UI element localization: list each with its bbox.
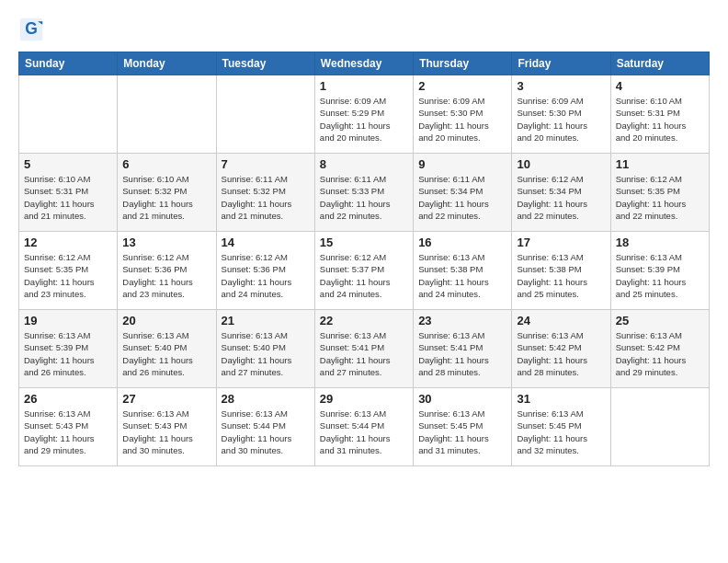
calendar-cell: 5Sunrise: 6:10 AM Sunset: 5:31 PM Daylig…	[19, 154, 118, 232]
day-info: Sunrise: 6:13 AM Sunset: 5:45 PM Dayligh…	[418, 408, 506, 456]
day-number: 17	[517, 236, 605, 249]
day-number: 1	[320, 79, 408, 93]
page: G SundayMondayTuesdayWednesdayThursdayFr…	[0, 0, 728, 563]
day-number: 20	[122, 314, 210, 327]
calendar-cell: 27Sunrise: 6:13 AM Sunset: 5:43 PM Dayli…	[118, 388, 216, 466]
day-number: 21	[222, 314, 310, 327]
calendar-cell: 23Sunrise: 6:13 AM Sunset: 5:41 PM Dayli…	[414, 310, 512, 388]
day-info: Sunrise: 6:11 AM Sunset: 5:32 PM Dayligh…	[222, 173, 310, 222]
calendar-body: 1Sunrise: 6:09 AM Sunset: 5:29 PM Daylig…	[19, 75, 710, 466]
day-number: 9	[418, 157, 506, 171]
calendar-cell: 7Sunrise: 6:11 AM Sunset: 5:32 PM Daylig…	[216, 154, 314, 232]
day-header-monday: Monday	[118, 52, 216, 75]
calendar-cell: 6Sunrise: 6:10 AM Sunset: 5:32 PM Daylig…	[118, 154, 216, 232]
calendar-cell: 17Sunrise: 6:13 AM Sunset: 5:38 PM Dayli…	[512, 232, 610, 310]
calendar-cell: 28Sunrise: 6:13 AM Sunset: 5:44 PM Dayli…	[216, 388, 314, 466]
calendar-cell: 24Sunrise: 6:13 AM Sunset: 5:42 PM Dayli…	[512, 310, 610, 388]
day-header-friday: Friday	[512, 52, 610, 75]
day-number: 2	[418, 79, 506, 93]
logo: G	[18, 17, 48, 42]
day-header-saturday: Saturday	[610, 52, 709, 75]
calendar-cell: 26Sunrise: 6:13 AM Sunset: 5:43 PM Dayli…	[19, 388, 118, 466]
calendar-cell: 19Sunrise: 6:13 AM Sunset: 5:39 PM Dayli…	[19, 310, 118, 388]
day-info: Sunrise: 6:09 AM Sunset: 5:29 PM Dayligh…	[320, 95, 408, 144]
day-number: 24	[517, 314, 605, 327]
calendar-cell: 29Sunrise: 6:13 AM Sunset: 5:44 PM Dayli…	[314, 388, 413, 466]
day-number: 19	[24, 314, 112, 327]
day-header-sunday: Sunday	[19, 52, 118, 75]
svg-text:G: G	[25, 19, 38, 38]
day-number: 16	[418, 236, 506, 249]
day-info: Sunrise: 6:13 AM Sunset: 5:42 PM Dayligh…	[616, 329, 704, 378]
calendar-cell: 8Sunrise: 6:11 AM Sunset: 5:33 PM Daylig…	[314, 154, 413, 232]
day-number: 7	[222, 157, 310, 171]
calendar-cell: 20Sunrise: 6:13 AM Sunset: 5:40 PM Dayli…	[118, 310, 216, 388]
day-number: 31	[517, 392, 605, 406]
day-info: Sunrise: 6:13 AM Sunset: 5:44 PM Dayligh…	[320, 408, 408, 456]
calendar-cell	[118, 75, 216, 154]
calendar-cell: 9Sunrise: 6:11 AM Sunset: 5:34 PM Daylig…	[414, 154, 512, 232]
calendar-cell: 18Sunrise: 6:13 AM Sunset: 5:39 PM Dayli…	[610, 232, 709, 310]
calendar-cell: 4Sunrise: 6:10 AM Sunset: 5:31 PM Daylig…	[610, 75, 709, 154]
calendar-week-4: 19Sunrise: 6:13 AM Sunset: 5:39 PM Dayli…	[19, 310, 710, 388]
day-number: 3	[517, 79, 605, 93]
calendar-cell: 1Sunrise: 6:09 AM Sunset: 5:29 PM Daylig…	[314, 75, 413, 154]
calendar-cell	[19, 75, 118, 154]
day-info: Sunrise: 6:10 AM Sunset: 5:31 PM Dayligh…	[616, 95, 704, 144]
calendar-week-2: 5Sunrise: 6:10 AM Sunset: 5:31 PM Daylig…	[19, 154, 710, 232]
calendar-cell: 30Sunrise: 6:13 AM Sunset: 5:45 PM Dayli…	[414, 388, 512, 466]
day-info: Sunrise: 6:13 AM Sunset: 5:42 PM Dayligh…	[517, 329, 605, 378]
calendar-cell: 15Sunrise: 6:12 AM Sunset: 5:37 PM Dayli…	[314, 232, 413, 310]
calendar-cell: 22Sunrise: 6:13 AM Sunset: 5:41 PM Dayli…	[314, 310, 413, 388]
calendar-week-5: 26Sunrise: 6:13 AM Sunset: 5:43 PM Dayli…	[19, 388, 710, 466]
day-info: Sunrise: 6:12 AM Sunset: 5:36 PM Dayligh…	[122, 251, 210, 300]
day-number: 14	[222, 236, 310, 249]
day-number: 10	[517, 157, 605, 171]
day-info: Sunrise: 6:13 AM Sunset: 5:41 PM Dayligh…	[418, 329, 506, 378]
calendar-cell: 3Sunrise: 6:09 AM Sunset: 5:30 PM Daylig…	[512, 75, 610, 154]
day-info: Sunrise: 6:09 AM Sunset: 5:30 PM Dayligh…	[418, 95, 506, 144]
day-info: Sunrise: 6:13 AM Sunset: 5:41 PM Dayligh…	[320, 329, 408, 378]
day-info: Sunrise: 6:13 AM Sunset: 5:39 PM Dayligh…	[616, 251, 704, 300]
day-header-wednesday: Wednesday	[314, 52, 413, 75]
day-number: 28	[222, 392, 310, 406]
day-info: Sunrise: 6:13 AM Sunset: 5:43 PM Dayligh…	[122, 408, 210, 456]
calendar-cell: 14Sunrise: 6:12 AM Sunset: 5:36 PM Dayli…	[216, 232, 314, 310]
calendar-cell: 31Sunrise: 6:13 AM Sunset: 5:45 PM Dayli…	[512, 388, 610, 466]
day-number: 11	[616, 157, 704, 171]
day-info: Sunrise: 6:12 AM Sunset: 5:36 PM Dayligh…	[222, 251, 310, 300]
calendar-cell	[610, 388, 709, 466]
calendar-cell: 12Sunrise: 6:12 AM Sunset: 5:35 PM Dayli…	[19, 232, 118, 310]
day-number: 8	[320, 157, 408, 171]
day-number: 29	[320, 392, 408, 406]
logo-icon: G	[18, 17, 44, 42]
day-info: Sunrise: 6:13 AM Sunset: 5:38 PM Dayligh…	[517, 251, 605, 300]
calendar-cell: 10Sunrise: 6:12 AM Sunset: 5:34 PM Dayli…	[512, 154, 610, 232]
day-number: 4	[616, 79, 704, 93]
day-number: 30	[418, 392, 506, 406]
calendar-cell: 2Sunrise: 6:09 AM Sunset: 5:30 PM Daylig…	[414, 75, 512, 154]
day-header-tuesday: Tuesday	[216, 52, 314, 75]
calendar-cell	[216, 75, 314, 154]
day-number: 25	[616, 314, 704, 327]
day-number: 22	[320, 314, 408, 327]
day-info: Sunrise: 6:12 AM Sunset: 5:34 PM Dayligh…	[517, 173, 605, 222]
header: G	[18, 17, 710, 42]
day-info: Sunrise: 6:11 AM Sunset: 5:33 PM Dayligh…	[320, 173, 408, 222]
day-number: 23	[418, 314, 506, 327]
day-number: 27	[122, 392, 210, 406]
day-info: Sunrise: 6:13 AM Sunset: 5:38 PM Dayligh…	[418, 251, 506, 300]
calendar: SundayMondayTuesdayWednesdayThursdayFrid…	[18, 52, 710, 466]
calendar-week-3: 12Sunrise: 6:12 AM Sunset: 5:35 PM Dayli…	[19, 232, 710, 310]
day-number: 13	[122, 236, 210, 249]
day-info: Sunrise: 6:13 AM Sunset: 5:43 PM Dayligh…	[24, 408, 112, 456]
calendar-cell: 13Sunrise: 6:12 AM Sunset: 5:36 PM Dayli…	[118, 232, 216, 310]
day-number: 6	[122, 157, 210, 171]
day-info: Sunrise: 6:11 AM Sunset: 5:34 PM Dayligh…	[418, 173, 506, 222]
day-info: Sunrise: 6:13 AM Sunset: 5:40 PM Dayligh…	[222, 329, 310, 378]
day-number: 5	[24, 157, 112, 171]
day-header-thursday: Thursday	[414, 52, 512, 75]
calendar-cell: 21Sunrise: 6:13 AM Sunset: 5:40 PM Dayli…	[216, 310, 314, 388]
day-number: 12	[24, 236, 112, 249]
day-number: 18	[616, 236, 704, 249]
